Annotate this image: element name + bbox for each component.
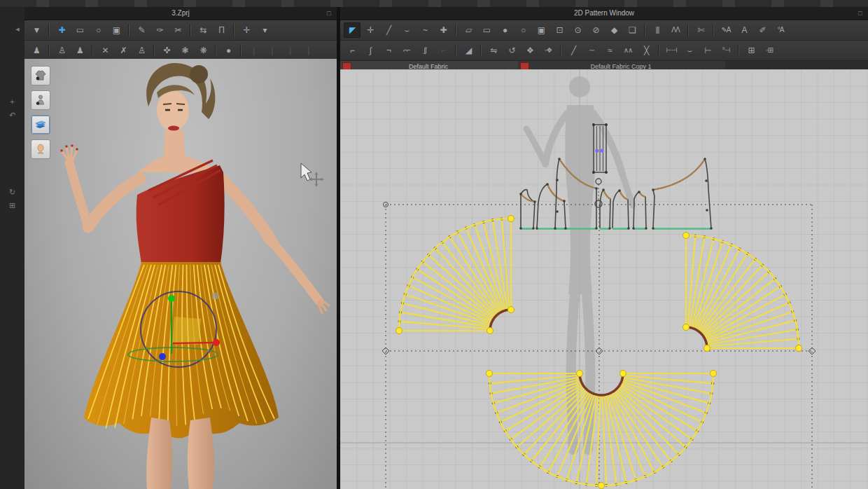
mn-free-sewing-icon[interactable]: ∫∫ [416,43,433,58]
pick-move-icon[interactable]: ✜ [158,43,175,58]
pattern-point[interactable] [627,227,630,230]
fit-garment-icon[interactable]: ♙ [133,43,150,58]
elastic-icon[interactable]: ┄ [583,43,600,58]
pattern-point[interactable] [618,189,621,192]
line-annotation-icon[interactable]: ✐ [754,22,771,38]
arrange-garment-icon[interactable]: ⇆ [195,22,211,38]
pattern-canvas[interactable] [340,69,868,489]
pattern-point[interactable] [652,188,654,191]
refresh-icon[interactable]: ↻ [8,187,18,197]
ellipse-icon[interactable]: ○ [514,22,531,38]
circle-icon[interactable]: ● [496,22,513,38]
edit-point-icon[interactable]: ╱ [380,22,397,38]
pattern-point[interactable] [546,183,549,186]
text-icon[interactable]: A [736,22,752,38]
bodice-center-left[interactable] [600,190,610,228]
selected-point[interactable] [595,149,598,152]
pattern-point[interactable] [705,179,708,182]
pattern-point[interactable] [536,227,538,230]
collapse-rail-icon[interactable]: ◂ [13,24,22,34]
pattern-corner-point[interactable] [683,324,690,331]
add-point-icon[interactable]: ✚ [435,22,451,38]
float-window-button-2d[interactable]: □ [855,8,865,18]
bodice-center[interactable] [612,191,629,228]
mn-segment-sewing-icon[interactable]: ⌐⌐ [398,43,415,58]
pattern-point[interactable] [519,193,522,195]
fold-arrangement-icon[interactable]: ◢ [460,43,477,58]
pattern-point[interactable] [652,227,654,230]
fit-tape-icon[interactable]: ✕ [97,43,113,58]
add-garment-icon[interactable]: ✛ [238,22,255,38]
show-skin-button[interactable] [31,139,50,159]
pattern-point[interactable] [563,200,566,202]
pattern-point[interactable] [554,227,556,230]
rotate-pivot-handle[interactable] [596,179,601,184]
disabled-slot-1[interactable]: ∣ [245,43,262,58]
seam-allowance-icon[interactable]: ⊘ [587,22,604,38]
specify-dart-icon[interactable]: ⊙ [569,22,586,38]
undo-arrow-icon[interactable]: ↶ [8,110,18,120]
measure-tape-2d-icon[interactable]: ⊢⊣ [663,43,680,58]
bodice-front-right[interactable] [653,159,711,228]
length-measure-icon[interactable]: ⊢ [699,43,716,58]
pattern-corner-point[interactable] [620,371,626,377]
show-avatar-button[interactable] [31,90,50,110]
pin-alt-icon[interactable]: ◦❖ [540,43,556,58]
pattern-point[interactable] [710,227,713,230]
pattern-corner-point[interactable] [704,345,710,352]
pattern-point[interactable] [638,191,640,193]
circumference-measure-icon[interactable]: ⌣ [681,43,698,58]
polygon-icon[interactable]: ▱ [460,22,477,38]
pattern-corner-point[interactable] [598,483,605,489]
bodice-side-left-1[interactable] [521,190,535,228]
pattern-corner-point[interactable] [487,328,493,334]
disabled-slot-3[interactable]: ∣ [281,43,298,58]
arrange-avatar-icon[interactable]: ♙ [53,43,70,58]
remove-garment-icon[interactable]: ▾ [256,22,273,38]
gizmo-y-handle[interactable] [168,295,175,302]
sewing-3d-icon[interactable]: ✂ [169,22,186,38]
grading-annotation-icon[interactable]: °A [772,22,789,38]
grading-alt-icon[interactable]: ◦⊞ [761,43,778,58]
pattern-point[interactable] [595,227,598,230]
trace-icon[interactable]: ◆ [606,22,622,38]
render-icon[interactable]: ● [220,43,237,58]
pattern-point[interactable] [595,187,598,190]
edit-curve-point-icon[interactable]: ~ [416,22,433,38]
pattern-point[interactable] [608,227,611,230]
detach-sewing-icon[interactable]: ⌐ [435,43,451,58]
pattern-corner-point[interactable] [508,307,514,313]
pin-box-icon[interactable]: ▣ [108,22,125,38]
rounded-dart-icon[interactable]: ⊡ [551,22,568,38]
pattern-point[interactable] [519,227,522,230]
free-sewing-icon[interactable]: ∫ [362,43,379,58]
select-mesh-icon[interactable]: ○ [90,22,106,38]
viewport-3d[interactable] [24,59,337,489]
edit-curvature-icon[interactable]: ⌣ [398,22,415,38]
disabled-slot-2[interactable]: ∣ [263,43,280,58]
size-avatar-icon[interactable]: ♟ [71,43,88,58]
pattern-point[interactable] [556,210,559,213]
pattern-point[interactable] [602,188,605,191]
transform-pattern-icon[interactable]: ◤ [344,22,360,38]
pattern-point[interactable] [645,227,648,230]
pattern-corner-point[interactable] [486,371,493,377]
segment-sewing-icon[interactable]: ⌐ [344,43,360,58]
simulate-icon[interactable]: ▼ [28,22,45,38]
pose-avatar-icon[interactable]: ♟ [28,43,45,58]
pleats-icon[interactable]: ||| [649,22,666,38]
smocking-icon[interactable]: ╳ [638,43,654,58]
pattern-corner-point[interactable] [683,233,690,239]
pattern-corner-point[interactable] [710,371,717,377]
strap-strip-piece[interactable] [592,123,608,174]
pin-icon[interactable]: ❖ [522,43,538,58]
pleat-fold-icon[interactable]: ΛΛ [667,22,684,38]
texture-icon[interactable]: ❃ [176,43,193,58]
rotate-pattern-icon[interactable]: ↺ [503,43,520,58]
grading-icon[interactable]: ⊞ [743,43,760,58]
clone-pattern-icon[interactable]: ❏ [624,22,640,38]
pen-3d-icon[interactable]: ✎ [133,22,150,38]
pattern-point[interactable] [564,227,567,230]
pattern-corner-point[interactable] [577,371,583,377]
rectangle-icon[interactable]: ▭ [478,22,495,38]
